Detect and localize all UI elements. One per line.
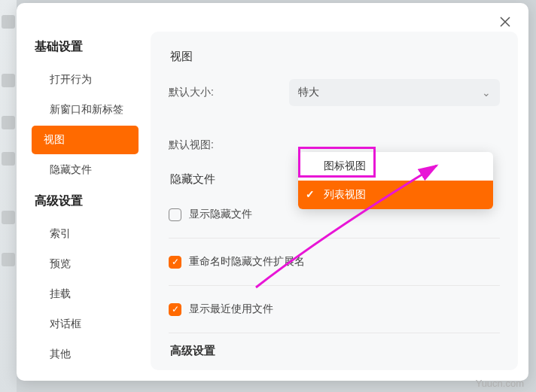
show-hidden-label: 显示隐藏文件 <box>189 208 252 221</box>
checkbox-checked-icon: ✓ <box>169 303 181 316</box>
default-size-label: 默认大小: <box>169 86 289 99</box>
divider <box>169 333 500 333</box>
sidebar-item-mount[interactable]: 挂载 <box>23 280 137 308</box>
show-recent-label: 显示最近使用文件 <box>189 302 273 316</box>
checkbox-checked-icon: ✓ <box>169 256 181 269</box>
default-size-select[interactable]: 特大 ⌄ <box>289 79 500 106</box>
dropdown-option-icon-view[interactable]: 图标视图 <box>298 152 493 181</box>
sidebar-item-preview[interactable]: 预览 <box>23 250 137 278</box>
show-recent-checkbox-row[interactable]: ✓ 显示最近使用文件 <box>169 296 500 322</box>
sidebar-item-view[interactable]: 视图 <box>32 126 139 154</box>
sidebar-item-open-behavior[interactable]: 打开行为 <box>23 65 137 94</box>
sidebar-item-hidden-files[interactable]: 隐藏文件 <box>23 156 137 184</box>
content-panel: 视图 默认大小: 特大 ⌄ 默认视图: 隐藏文件 显示隐藏文件 ✓ 重命名时隐藏… <box>151 32 518 370</box>
hide-ext-checkbox-row[interactable]: ✓ 重命名时隐藏文件扩展名 <box>169 249 500 275</box>
sidebar-section-advanced: 高级设置 <box>17 186 143 218</box>
hide-ext-label: 重命名时隐藏文件扩展名 <box>189 255 305 269</box>
divider <box>169 285 500 286</box>
chevron-down-icon: ⌄ <box>482 87 491 99</box>
close-icon <box>500 17 510 27</box>
background-sidebar-strip <box>0 0 17 392</box>
close-button[interactable] <box>497 14 513 30</box>
dropdown-option-list-view[interactable]: 列表视图 <box>298 181 493 209</box>
sidebar-item-dialog[interactable]: 对话框 <box>23 310 137 339</box>
section-view-title: 视图 <box>170 50 500 64</box>
settings-modal: 基础设置 打开行为 新窗口和新标签 视图 隐藏文件 高级设置 索引 预览 挂载 … <box>17 3 528 381</box>
sidebar-item-new-window-tab[interactable]: 新窗口和新标签 <box>23 96 137 124</box>
sidebar-item-index[interactable]: 索引 <box>23 220 137 248</box>
settings-sidebar: 基础设置 打开行为 新窗口和新标签 视图 隐藏文件 高级设置 索引 预览 挂载 … <box>17 32 143 381</box>
default-view-label: 默认视图: <box>169 138 289 152</box>
sidebar-section-basic: 基础设置 <box>17 32 143 64</box>
checkbox-icon <box>169 208 181 221</box>
sidebar-item-other[interactable]: 其他 <box>23 340 137 369</box>
default-size-value: 特大 <box>298 86 319 99</box>
divider <box>169 238 500 239</box>
section-advanced-title: 高级设置 <box>170 344 500 358</box>
default-view-dropdown: 图标视图 列表视图 <box>298 152 493 209</box>
watermark-text: Yuucn.com <box>476 378 524 389</box>
